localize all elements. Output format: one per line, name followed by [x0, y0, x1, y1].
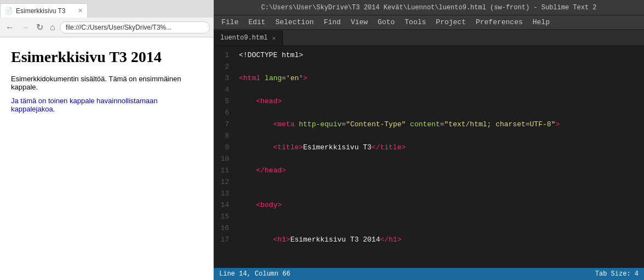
page-icon: 📄 — [5, 7, 13, 15]
tab-close-button[interactable]: ✕ — [78, 7, 83, 14]
editor-panel: C:\Users\User\SkyDrive\T3 2014 Kevät\Lue… — [214, 0, 644, 280]
editor-tab-close[interactable]: ✕ — [272, 35, 276, 42]
menu-selection[interactable]: Selection — [271, 17, 318, 27]
editor-statusbar: Line 14, Column 66 Tab Size: 4 — [214, 268, 644, 280]
tab-title: Esimerkkisivu T3 — [16, 7, 75, 15]
editor-title: C:\Users\User\SkyDrive\T3 2014 Kevät\Lue… — [261, 4, 596, 12]
menu-help[interactable]: Help — [528, 17, 554, 27]
code-content[interactable]: <!DOCTYPE html> <html lang='en'> <head> … — [235, 46, 644, 268]
editor-titlebar: C:\Users\User\SkyDrive\T3 2014 Kevät\Lue… — [214, 0, 644, 15]
browser-tab[interactable]: 📄 Esimerkkisivu T3 ✕ — [0, 3, 88, 18]
menu-file[interactable]: File — [217, 17, 243, 27]
browser-tab-bar: 📄 Esimerkkisivu T3 ✕ — [0, 0, 213, 18]
browser-nav: ← → ↻ ⌂ — [0, 18, 213, 37]
browser-content: Esimerkkisivu T3 2014 Esimerkkidokumenti… — [0, 37, 213, 280]
line-numbers: 1 2 3 4 5 6 7 8 9 10 11 12 13 14 15 16 1… — [214, 46, 235, 268]
menu-goto[interactable]: Goto — [373, 17, 399, 27]
editor-menubar: File Edit Selection Find View Goto Tools… — [214, 15, 644, 30]
menu-view[interactable]: View — [346, 17, 372, 27]
menu-project[interactable]: Project — [431, 17, 470, 27]
address-bar[interactable] — [60, 21, 210, 33]
editor-tab-label: luento9.html — [220, 34, 267, 42]
page-heading: Esimerkkisivu T3 2014 — [11, 48, 202, 66]
forward-button[interactable]: → — [19, 21, 32, 33]
editor-tabbar: luento9.html ✕ — [214, 30, 644, 46]
page-paragraph-2: Ja tämä on toinen kappale havainnollista… — [11, 97, 202, 113]
editor-tab-luento9[interactable]: luento9.html ✕ — [214, 30, 283, 46]
editor-code-area[interactable]: 1 2 3 4 5 6 7 8 9 10 11 12 13 14 15 16 1… — [214, 46, 644, 268]
reload-button[interactable]: ↻ — [34, 21, 45, 33]
back-button[interactable]: ← — [3, 21, 16, 33]
page-paragraph-1: Esimerkkidokumentin sisältöä. Tämä on en… — [11, 75, 202, 91]
status-tabsize: Tab Size: 4 — [595, 270, 639, 278]
status-position: Line 14, Column 66 — [219, 270, 290, 278]
browser-panel: 📄 Esimerkkisivu T3 ✕ ← → ↻ ⌂ Esimerkkisi… — [0, 0, 214, 280]
menu-find[interactable]: Find — [320, 17, 345, 27]
menu-tools[interactable]: Tools — [400, 17, 430, 27]
home-button[interactable]: ⌂ — [48, 21, 58, 33]
menu-preferences[interactable]: Preferences — [471, 17, 527, 27]
app-container: 📄 Esimerkkisivu T3 ✕ ← → ↻ ⌂ Esimerkkisi… — [0, 0, 644, 280]
menu-edit[interactable]: Edit — [244, 17, 270, 27]
